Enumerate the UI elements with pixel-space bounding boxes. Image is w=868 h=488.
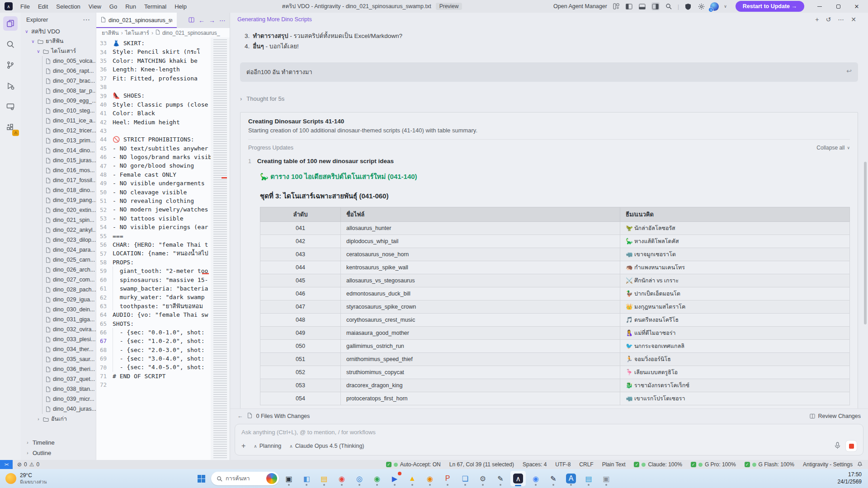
taskbar-app-icon[interactable]: ◧ bbox=[299, 471, 314, 486]
file-item[interactable]: dino_006_rapt... bbox=[42, 66, 96, 76]
status-item[interactable]: ✓ Claude: 100% bbox=[634, 461, 682, 468]
menu-item[interactable]: Edit bbox=[34, 2, 52, 11]
menu-item[interactable]: Selection bbox=[52, 2, 84, 11]
ask-input-box[interactable]: Ask anything (Ctrl+L), @ to mention, / f… bbox=[235, 424, 863, 455]
tab-dino-021[interactable]: dino_021_spinosaurus_sw bbox=[96, 13, 177, 28]
extensions-icon[interactable]: ⚠ bbox=[3, 120, 18, 135]
status-item[interactable]: ✓ G Pro: 100% bbox=[691, 461, 736, 468]
menu-item[interactable]: View bbox=[85, 2, 105, 11]
restore-button[interactable] bbox=[831, 1, 845, 12]
minimap[interactable] bbox=[211, 38, 230, 460]
file-item[interactable]: dino_010_steg... bbox=[42, 106, 96, 116]
new-chat-icon[interactable]: + bbox=[815, 16, 819, 23]
back-icon[interactable]: ← bbox=[237, 413, 243, 419]
taskbar-app-icon[interactable]: P bbox=[440, 471, 455, 486]
status-item[interactable]: ✓ Antigravity - Settings bbox=[803, 461, 853, 468]
file-item[interactable]: dino_016_mos... bbox=[42, 165, 96, 175]
file-item[interactable]: dino_023_dilop... bbox=[42, 235, 96, 245]
file-item[interactable]: dino_035_saur... bbox=[42, 354, 96, 364]
status-item[interactable]: ✓ CRLF bbox=[579, 461, 593, 468]
start-button[interactable] bbox=[193, 471, 209, 486]
file-item[interactable]: dino_033_plesi... bbox=[42, 334, 96, 344]
weather-widget[interactable]: 29°C มีเมฆบางส่วน bbox=[0, 472, 47, 485]
taskbar-search[interactable]: การค้นหา bbox=[211, 472, 279, 485]
status-item[interactable]: ✓ Plain Text bbox=[602, 461, 626, 468]
stop-button[interactable] bbox=[846, 441, 857, 451]
problems-indicator[interactable]: ⊘0 ⚠0 bbox=[17, 461, 39, 468]
file-item[interactable]: dino_015_juras... bbox=[42, 155, 96, 165]
taskbar-app-icon[interactable]: ▣ bbox=[281, 471, 297, 486]
file-item[interactable]: dino_021_spin... bbox=[42, 215, 96, 225]
menu-item[interactable]: Terminal bbox=[140, 2, 170, 11]
taskbar-app-icon[interactable]: ❏ bbox=[458, 471, 473, 486]
taskbar-app-icon[interactable]: ▤ bbox=[316, 471, 332, 486]
status-item[interactable]: ✓ Spaces: 4 bbox=[523, 461, 547, 468]
remote-indicator[interactable]: >< bbox=[0, 460, 13, 469]
taskbar-app-icon[interactable]: ▲ bbox=[405, 471, 420, 486]
history-icon[interactable]: ↺ bbox=[826, 16, 831, 23]
mic-icon[interactable] bbox=[835, 442, 840, 450]
collapse-all-button[interactable]: Collapse all∨ bbox=[816, 145, 850, 151]
explorer-more-icon[interactable]: ⋯ bbox=[83, 15, 90, 24]
file-item[interactable]: dino_019_pang... bbox=[42, 195, 96, 205]
menu-item[interactable]: File bbox=[16, 2, 34, 11]
menu-item[interactable]: Run bbox=[121, 2, 140, 11]
customize-layout-icon[interactable] bbox=[612, 2, 620, 10]
taskbar-app-icon[interactable]: ◉ bbox=[369, 471, 385, 486]
breadcrumb-item[interactable]: ยาสีฟัน bbox=[102, 28, 119, 37]
menu-item[interactable]: Help bbox=[170, 2, 191, 11]
file-item[interactable]: dino_036_theri... bbox=[42, 364, 96, 374]
timeline-section[interactable]: ›Timeline bbox=[21, 437, 96, 448]
remote-explorer-icon[interactable] bbox=[3, 99, 18, 114]
thought-toggle[interactable]: › Thought for 5s bbox=[240, 95, 858, 102]
source-control-icon[interactable] bbox=[3, 58, 18, 72]
attach-icon[interactable]: + bbox=[241, 442, 245, 450]
file-item[interactable]: dino_014_dino... bbox=[42, 145, 96, 155]
status-item[interactable]: ✓ Auto-Accept: ON bbox=[386, 461, 441, 468]
minimize-button[interactable] bbox=[813, 1, 826, 12]
model-dropdown[interactable]: ∧Claude Opus 4.5 (Thinking) bbox=[289, 443, 364, 449]
taskbar-app-icon[interactable]: ∧ bbox=[510, 471, 526, 486]
open-agent-manager-button[interactable]: Open Agent Manager bbox=[553, 3, 607, 9]
breadcrumb-item[interactable]: ไดโนเสาร์ bbox=[125, 28, 149, 37]
explorer-icon[interactable] bbox=[3, 16, 18, 31]
taskbar-clock[interactable]: 17:50 24/1/2569 bbox=[838, 471, 868, 485]
file-item[interactable]: dino_026_arch... bbox=[42, 265, 96, 275]
file-item[interactable]: dino_012_tricer... bbox=[42, 126, 96, 136]
file-item[interactable]: dino_018_dino... bbox=[42, 185, 96, 195]
file-item[interactable]: dino_031_giga... bbox=[42, 314, 96, 324]
taskbar-app-icon[interactable]: ▣ bbox=[599, 471, 614, 486]
settings-gear-icon[interactable] bbox=[697, 2, 705, 10]
code-area[interactable]: 33 👗 SKIRT: 34 Style: Pencil skirt (กระโ… bbox=[96, 38, 230, 460]
file-item[interactable]: dino_013_prim... bbox=[42, 136, 96, 145]
file-item[interactable]: dino_007_brac... bbox=[42, 76, 96, 86]
review-changes-button[interactable]: Review Changes bbox=[810, 413, 861, 419]
file-item[interactable]: dino_034_ther... bbox=[42, 344, 96, 354]
toggle-bottom-panel-icon[interactable] bbox=[638, 2, 646, 10]
toggle-right-panel-icon[interactable] bbox=[651, 2, 660, 10]
file-item[interactable]: dino_037_quet... bbox=[42, 374, 96, 384]
file-item[interactable]: dino_017_fossil... bbox=[42, 175, 96, 185]
bell-icon[interactable] bbox=[857, 461, 868, 468]
taskbar-app-icon[interactable]: ▤ bbox=[581, 471, 596, 486]
taskbar-app-icon[interactable]: ◉ bbox=[334, 471, 349, 486]
breadcrumb-item[interactable]: dino_021_spinosaurus_ bbox=[162, 30, 220, 36]
tree-folder-toothpaste[interactable]: ∨ ยาสีฟัน bbox=[21, 36, 96, 46]
search-icon[interactable] bbox=[665, 2, 673, 10]
file-item[interactable]: dino_022_ankyl... bbox=[42, 225, 96, 235]
taskbar-app-icon[interactable]: ◎ bbox=[352, 471, 367, 486]
tree-folder-old[interactable]: › อันเก่า bbox=[21, 414, 96, 424]
search-highlight-orb[interactable] bbox=[266, 473, 277, 484]
search-view-icon[interactable] bbox=[3, 37, 18, 52]
taskbar-app-icon[interactable]: ✎ bbox=[546, 471, 561, 486]
status-item[interactable]: ✓ Ln 67, Col 39 (11 selected) bbox=[449, 461, 514, 468]
agent-more-icon[interactable]: ⋯ bbox=[838, 16, 844, 23]
file-item[interactable]: dino_038_titan... bbox=[42, 384, 96, 394]
avatar-chevron-icon[interactable]: ∨ bbox=[724, 4, 727, 9]
file-item[interactable]: dino_008_tar_p... bbox=[42, 86, 96, 96]
split-editor-icon[interactable] bbox=[189, 17, 194, 24]
agent-conversation[interactable]: 3. ทำตารางสรุป - รวมสคริปต์ทั้งหมดเป็น E… bbox=[230, 26, 868, 408]
agent-scrollbar[interactable] bbox=[864, 162, 867, 324]
taskbar-app-icon[interactable]: ◉ bbox=[528, 471, 543, 486]
revert-icon[interactable]: ↩ bbox=[846, 67, 852, 75]
